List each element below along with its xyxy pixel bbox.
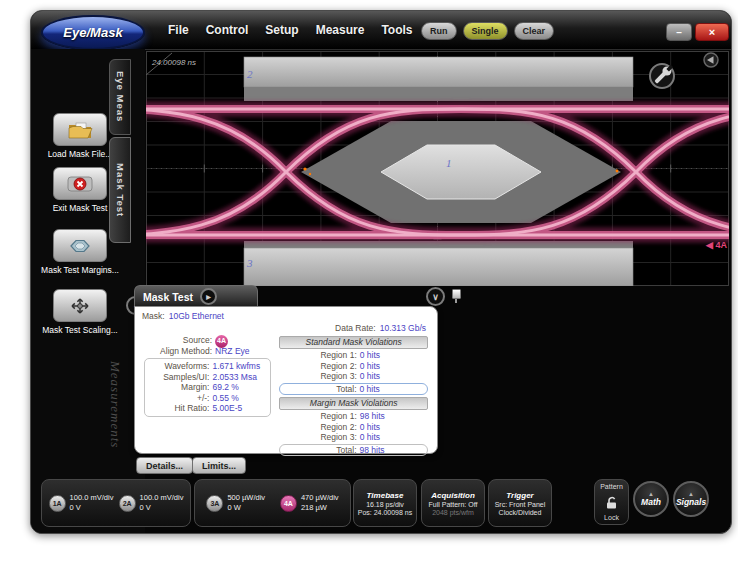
screen: { "titlebar": { "logo": "Eye/Mask", "men… <box>0 0 738 580</box>
acquisition-controls: Run Single Clear <box>421 22 554 40</box>
signals-button[interactable]: ▲ Signals <box>673 481 709 517</box>
close-button[interactable]: × <box>695 23 729 41</box>
mask-region-2 <box>244 57 633 101</box>
channel-3a-offset: 0 W <box>227 503 265 513</box>
channel-1a[interactable]: 1A 100.0 mV/div 0 V <box>49 493 114 513</box>
display-back-button[interactable] <box>704 53 718 67</box>
channel-1a-badge: 1A <box>49 495 66 512</box>
channel-4a[interactable]: 4A 470 µW/div 218 µW <box>280 493 339 513</box>
load-mask-file-button[interactable] <box>53 113 107 146</box>
menu-control[interactable]: Control <box>206 23 249 37</box>
mask-test-panel-tab[interactable]: Mask Test ▶ <box>134 285 258 307</box>
minimize-button[interactable]: – <box>666 23 692 41</box>
stat-label: Hit Ratio: <box>148 403 212 414</box>
region-row-label: Region 3: <box>277 432 359 443</box>
limits-button[interactable]: Limits... <box>192 457 246 474</box>
sidebar: Load Mask File... Exit Mask Test Mask Te… <box>31 49 145 533</box>
margin-total-box: Total:98 hits <box>279 444 428 457</box>
region-row-value: 0 hits <box>360 371 430 382</box>
align-method-value: NRZ Eye <box>215 346 277 357</box>
tab-mask-test[interactable]: Mask Test <box>109 137 131 243</box>
stat-label: Samples/UI: <box>148 372 212 383</box>
tab-eye-meas[interactable]: Eye Meas <box>109 59 131 135</box>
channel-3a-scale: 500 µW/div <box>227 493 265 503</box>
region-row-value: 98 hits <box>360 411 430 422</box>
pin-head <box>452 289 461 299</box>
run-button[interactable]: Run <box>421 22 457 40</box>
panel-play-button[interactable]: ▶ <box>200 288 217 305</box>
total-value: 98 hits <box>360 445 427 456</box>
mask-test-scaling-tool: Mask Test Scaling... <box>37 289 123 335</box>
data-rate-label: Data Rate: <box>335 322 376 334</box>
menu-setup[interactable]: Setup <box>265 23 298 37</box>
details-button[interactable]: Details... <box>136 457 193 474</box>
open-padlock-icon <box>605 496 619 509</box>
panel-collapse-button[interactable]: ∨ <box>426 287 445 306</box>
pattern-lock-bottom-label: Lock <box>604 514 619 521</box>
channel-group-optical[interactable]: 3A 500 µW/div 0 W 4A 470 µW/div 218 µW <box>194 479 351 527</box>
stat-label: Waveforms: <box>148 361 212 372</box>
app-window: Eye/Mask File Control Setup Measure Tool… <box>30 10 732 534</box>
single-button[interactable]: Single <box>463 22 508 40</box>
folder-open-icon <box>67 121 93 139</box>
region-2-label: 2 <box>247 68 253 80</box>
menu-bar: File Control Setup Measure Tools Help <box>168 11 456 49</box>
trigger-panel[interactable]: Trigger Src: Front Panel Clock/Divided <box>488 479 552 527</box>
mask-test-scaling-button[interactable] <box>53 289 107 322</box>
acquisition-full-pattern: Full Pattern: Off <box>429 501 478 508</box>
menu-file[interactable]: File <box>168 23 189 37</box>
channel-2a[interactable]: 2A 100.0 mV/div 0 V <box>119 493 184 513</box>
region-row-label: Region 1: <box>277 411 359 422</box>
data-rate-value: 10.313 Gb/s <box>380 322 426 334</box>
channel-1a-offset: 0 V <box>70 503 114 513</box>
acquisition-title: Acquisition <box>431 491 475 500</box>
stat-value: 1.671 kwfms <box>212 361 267 372</box>
channel-4a-marker: ◀ 4A <box>705 240 727 250</box>
statistics-box: Waveforms:1.671 kwfms Samples/UI:2.0533 … <box>144 358 271 417</box>
math-label: Math <box>641 497 661 507</box>
tool-label: Mask Test Margins... <box>37 265 123 275</box>
region-row-value: 0 hits <box>360 361 430 372</box>
timebase-scale: 16.18 ps/div <box>366 501 404 508</box>
display-tools-button[interactable] <box>650 63 675 88</box>
stat-value: 0.55 % <box>212 393 267 404</box>
math-button[interactable]: ▲ Math <box>633 481 669 517</box>
acquisition-panel[interactable]: Acquisition Full Pattern: Off 2048 pts/w… <box>421 479 485 527</box>
panel-right-column: Standard Mask Violations Region 1:0 hits… <box>277 335 430 458</box>
title-bar: Eye/Mask File Control Setup Measure Tool… <box>31 11 731 50</box>
channel-3a-badge: 3A <box>206 495 223 512</box>
pin-icon[interactable] <box>452 289 460 303</box>
mask-test-margins-button[interactable] <box>53 229 107 262</box>
mask-value: 10Gb Ethernet <box>169 310 224 322</box>
region-row-value: 0 hits <box>360 422 430 433</box>
signals-label: Signals <box>676 497 706 507</box>
standard-total-box: Total:0 hits <box>279 383 428 396</box>
channel-4a-offset: 218 µW <box>301 503 339 513</box>
exit-mask-test-button[interactable] <box>53 167 107 200</box>
region-3-label: 3 <box>246 257 253 269</box>
channel-2a-badge: 2A <box>119 495 136 512</box>
stat-value: 5.00E-5 <box>212 403 267 414</box>
menu-measure[interactable]: Measure <box>316 23 365 37</box>
total-label: Total: <box>280 445 359 456</box>
app-mode-button[interactable]: Eye/Mask <box>41 15 145 50</box>
margin-violations-header: Margin Mask Violations <box>279 397 428 410</box>
trigger-mode: Clock/Divided <box>499 509 542 516</box>
tool-label: Mask Test Scaling... <box>37 325 123 335</box>
channel-1a-scale: 100.0 mV/div <box>70 493 114 503</box>
menu-tools[interactable]: Tools <box>381 23 412 37</box>
total-value: 0 hits <box>360 384 427 395</box>
timebase-panel[interactable]: Timebase 16.18 ps/div Pos: 24.00098 ns <box>353 479 417 527</box>
region-row-label: Region 1: <box>277 350 359 361</box>
clear-button[interactable]: Clear <box>514 22 555 40</box>
channel-4a-badge: 4A <box>280 495 297 512</box>
total-label: Total: <box>280 384 359 395</box>
region-row-label: Region 2: <box>277 422 359 433</box>
channel-3a[interactable]: 3A 500 µW/div 0 W <box>206 493 265 513</box>
pattern-lock-button[interactable]: Pattern Lock <box>594 479 629 525</box>
trigger-source: Src: Front Panel <box>495 501 546 508</box>
waveform-display: 2 1 3 24.00098 ns ◀ <box>146 51 729 286</box>
acquisition-points: 2048 pts/wfm <box>432 509 474 516</box>
channel-group-electrical[interactable]: 1A 100.0 mV/div 0 V 2A 100.0 mV/div 0 V <box>41 479 191 527</box>
mask-region-3 <box>244 241 633 286</box>
